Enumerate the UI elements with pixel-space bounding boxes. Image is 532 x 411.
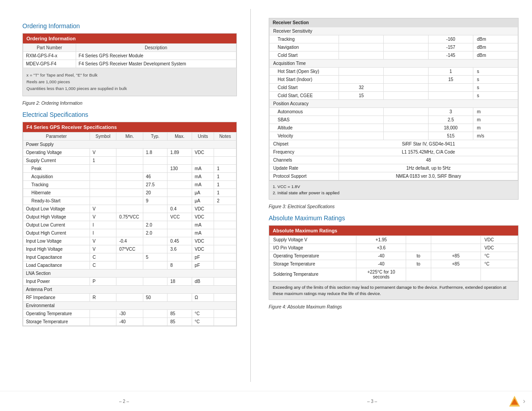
table-row: Receiver Sensitivity	[270, 27, 518, 35]
list-item: x = "T" for Tape and Reel, "E" for Bulk	[26, 72, 233, 78]
list-item: Reels are 1,000 pieces	[26, 78, 233, 85]
page-num-left: – 2 –	[0, 399, 248, 404]
table-row: Operating Temperature-40to+85°C	[270, 252, 518, 260]
col-units: Units	[192, 132, 214, 140]
table-row: FrequencyL1 1575.42MHz, C/A Code	[270, 148, 518, 156]
electrical-section: Electrical Specifications F4 Series GPS …	[22, 111, 237, 326]
table-row: Power Supply	[23, 140, 236, 148]
table-row: Output Low VoltageV0.4VDC	[23, 205, 236, 213]
page-num-right: – 3 –	[248, 399, 496, 404]
table-row: Acquisition46mA1	[23, 172, 236, 180]
receiver-table-wrapper: Receiver Section Receiver SensitivityTra…	[269, 18, 519, 200]
abs-max-title: Absolute Maximum Ratings	[269, 214, 519, 222]
elec-table-wrapper: F4 Series GPS Receiver Specifications Pa…	[22, 122, 237, 326]
table-row: Channels48	[270, 156, 518, 164]
col-part-number: Part Number	[23, 44, 76, 52]
table-row: MDEV-GPS-F4F4 Series GPS Receiver Master…	[23, 60, 236, 68]
nav-next-arrow[interactable]: ›	[521, 397, 528, 405]
table-row: Tracking27.5mA1	[23, 180, 236, 188]
table-row: RXM-GPS-F4-xF4 Series GPS Receiver Modul…	[23, 52, 236, 60]
logo-area: ›	[496, 395, 532, 407]
table-row: Ready-to-Start9μA2	[23, 197, 236, 205]
col-description: Description	[76, 44, 236, 52]
table-row: SBAS2.5m	[270, 116, 518, 124]
table-row: Operating Temperature-3085°C	[23, 309, 236, 317]
table-row: Load CapacitanceC8pF	[23, 261, 236, 269]
col-notes: Notes	[214, 132, 236, 140]
ordering-table: Part Number Description RXM-GPS-F4-xF4 S…	[23, 43, 236, 68]
table-row: Supply Current1	[23, 156, 236, 164]
fig4-caption: Figure 4: Absolute Maximum Ratings	[269, 304, 519, 309]
abs-max-header: Absolute Maximum Ratings	[269, 226, 518, 235]
receiver-footnotes: 1. VCC = 1.8V2. Initial state after powe…	[269, 180, 518, 199]
fig3-caption: Figure 3: Electrical Specifications	[269, 204, 519, 209]
abs-max-table-wrapper: Absolute Maximum Ratings Supply Voltage …	[269, 225, 519, 300]
table-row: Acquisition Time	[270, 60, 518, 68]
table-row: Velocity515m/s	[270, 132, 518, 140]
table-row: RF ImpedanceR50Ω	[23, 293, 236, 301]
list-item: 2. Initial state after power is applied	[273, 190, 515, 196]
company-logo-icon	[508, 395, 521, 407]
ordering-notes: x = "T" for Tape and Reel, "E" for BulkR…	[26, 70, 233, 94]
col-symbol: Symbol	[90, 132, 116, 140]
table-row: Altitude18,000m	[270, 124, 518, 132]
receiver-section: Receiver Section Receiver SensitivityTra…	[269, 18, 519, 209]
table-row: Input PowerP18dB	[23, 277, 236, 285]
ordering-table-header: Ordering Information	[23, 34, 236, 43]
table-row: Cold Start32s	[270, 84, 518, 92]
table-row: Autonomous3m	[270, 108, 518, 116]
table-row: Hot Start (Indoor)15s	[270, 76, 518, 84]
table-row: Storage Temperature-4085°C	[23, 317, 236, 325]
table-row: Antenna Port	[23, 285, 236, 293]
col-typ: Typ.	[143, 132, 167, 140]
abs-max-table: Supply Voltage V+1.95VDCI/O Pin Voltage+…	[269, 235, 518, 281]
table-row: Input Low VoltageV-0.40.45VDC	[23, 237, 236, 245]
fig2-caption: Figure 2: Ordering Information	[22, 101, 237, 106]
left-page: Ordering Information Ordering Informatio…	[0, 9, 251, 382]
right-page: Receiver Section Receiver SensitivityTra…	[251, 9, 532, 382]
table-row: Output High VoltageV0.75*VCCVCCVDC	[23, 213, 236, 221]
table-row: Operating VoltageV1.81.89VDC	[23, 148, 236, 156]
ordering-title: Ordering Information	[22, 22, 237, 30]
abs-max-section: Absolute Maximum Ratings Absolute Maximu…	[269, 214, 519, 310]
table-row: Peak130mA1	[23, 164, 236, 172]
receiver-table: Receiver SensitivityTracking-160dBmNavig…	[269, 27, 518, 180]
table-row: Position Accuracy	[270, 100, 518, 108]
table-row: Environmental	[23, 301, 236, 309]
table-row: Output Low CurrentI2.0mA	[23, 221, 236, 229]
table-row: Storage Temperature-40to+85°C	[270, 260, 518, 268]
table-row: Hot Start (Open Sky)1s	[270, 68, 518, 76]
page-footer: – 2 – – 3 – ›	[0, 391, 532, 411]
table-row: Protocol SupportNMEA 0183 ver 3.0, SiRF …	[270, 172, 518, 180]
table-row: Output High CurrentI2.0mA	[23, 229, 236, 237]
col-max: Max.	[167, 132, 192, 140]
table-row: Navigation-157dBm	[270, 43, 518, 51]
table-row: Supply Voltage V+1.95VDC	[270, 235, 518, 244]
table-row: Input High VoltageV07*VCC3.6VDC	[23, 245, 236, 253]
table-row: Soldering Temperature+225°C for 10 secon…	[270, 268, 518, 281]
list-item: 1. VCC = 1.8V	[273, 184, 515, 190]
elec-table-header: F4 Series GPS Receiver Specifications	[23, 122, 236, 132]
table-row: ChipsetSiRF Star IV, GSD4e-9411	[270, 140, 518, 148]
table-row: Cold Start, CGEE15s	[270, 92, 518, 100]
elec-title: Electrical Specifications	[22, 111, 237, 118]
table-row: I/O Pin Voltage+3.6VDC	[270, 244, 518, 252]
ordering-table-wrapper: Ordering Information Part Number Descrip…	[22, 33, 237, 96]
ordering-section: Ordering Information Ordering Informatio…	[22, 22, 237, 106]
table-row: Update Rate1Hz default, up to 5Hz	[270, 164, 518, 172]
table-row: Input CapacitanceC5pF	[23, 253, 236, 261]
elec-table: Parameter Symbol Min. Typ. Max. Units No…	[23, 132, 236, 326]
table-row: LNA Section	[23, 269, 236, 277]
col-min: Min.	[116, 132, 143, 140]
table-row: Tracking-160dBm	[270, 35, 518, 43]
list-item: Quantities less than 1,000 pieces are su…	[26, 85, 233, 92]
col-param: Parameter	[23, 132, 90, 140]
abs-max-warning: Exceeding any of the limits of this sect…	[269, 281, 518, 300]
table-row: Cold Start-145dBm	[270, 51, 518, 60]
receiver-section-label: Receiver Section	[269, 18, 518, 27]
table-row: Hibernate20μA1	[23, 188, 236, 197]
ordering-notes-section: x = "T" for Tape and Reel, "E" for BulkR…	[23, 68, 236, 96]
